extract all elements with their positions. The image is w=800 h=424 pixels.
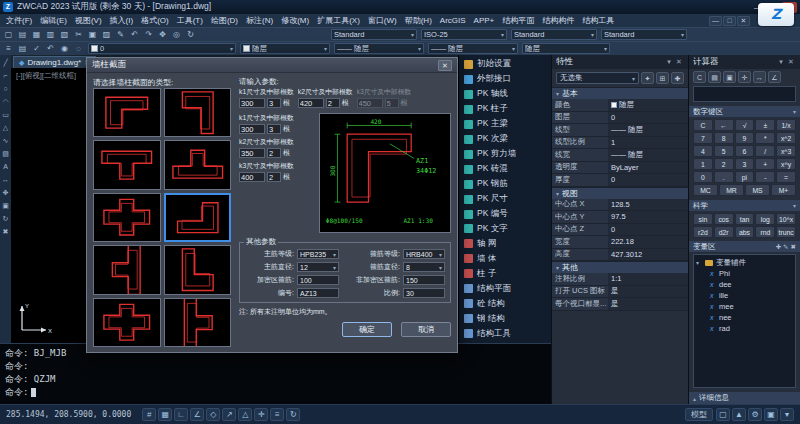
calc-button[interactable]: C	[693, 119, 713, 131]
structure-menu-item[interactable]: PK 钢筋	[459, 177, 551, 192]
menu-item[interactable]: 标注(N)	[242, 14, 277, 27]
property-value[interactable]: —— 随层	[608, 124, 688, 136]
count-input[interactable]	[267, 124, 281, 134]
structure-menu-item[interactable]: PK 剪力墙	[459, 147, 551, 162]
selection-combo[interactable]: 无选集 ▾	[556, 72, 639, 84]
scientific-button[interactable]: tan	[735, 213, 755, 225]
menu-item[interactable]: 工具(T)	[173, 14, 207, 27]
viewport-icon[interactable]: ▢	[716, 408, 730, 421]
paste-value-icon[interactable]: ▣	[723, 71, 736, 83]
calc-button[interactable]: √	[735, 119, 755, 131]
regen-icon[interactable]: ↻	[184, 29, 197, 41]
structure-menu-item[interactable]: 轴 网	[459, 236, 551, 251]
property-value[interactable]: 0	[608, 112, 688, 124]
scientific-button[interactable]: rnd	[755, 226, 775, 238]
layer-previous-icon[interactable]: ↶	[44, 43, 57, 55]
details-bar[interactable]: ▴ 详细信息	[689, 392, 800, 404]
new-variable-icon[interactable]: ✚	[776, 243, 781, 251]
dialog-titlebar[interactable]: 墙柱截面 ✕	[87, 58, 457, 73]
property-value[interactable]: 0	[608, 224, 688, 236]
match-properties-icon[interactable]: ✎	[114, 29, 127, 41]
other-param-select[interactable]: HPB235▾	[297, 249, 339, 259]
calc-button[interactable]: 9	[735, 132, 755, 144]
section-type-thumbnail[interactable]	[93, 245, 161, 294]
calc-button[interactable]: .	[714, 171, 734, 183]
structure-menu-item[interactable]: 结构工具	[459, 326, 551, 341]
calc-button[interactable]: 3	[735, 158, 755, 170]
structure-menu-item[interactable]: PK 主梁	[459, 117, 551, 132]
variable-item[interactable]: xille	[696, 290, 793, 301]
calc-clear-icon[interactable]: C	[693, 71, 706, 83]
panel-close-icon[interactable]: ✕	[674, 58, 684, 66]
count-input[interactable]	[267, 172, 281, 182]
toggle-pickadd-icon[interactable]: ✚	[671, 72, 684, 84]
pan-icon[interactable]: ✥	[156, 29, 169, 41]
variables-section-header[interactable]: 变量区 ✚✎✖	[689, 241, 800, 252]
menu-item[interactable]: 格式(O)	[137, 14, 173, 27]
section-type-thumbnail[interactable]	[164, 140, 232, 189]
properties-header[interactable]: 特性 ▾✕	[552, 55, 688, 69]
section-type-thumbnail[interactable]	[93, 298, 161, 347]
scientific-button[interactable]: trunc	[776, 226, 796, 238]
doc-close-button[interactable]: ✕	[737, 16, 750, 26]
text-tool-icon[interactable]: A	[1, 162, 10, 171]
menu-item[interactable]: ArcGIS	[436, 14, 470, 27]
plot-icon[interactable]: ▥	[44, 29, 57, 41]
menu-item[interactable]: APP+	[470, 14, 499, 27]
ok-button[interactable]: 确定	[342, 322, 392, 337]
table-style-combo[interactable]: Standard▾	[511, 29, 597, 40]
calc-button[interactable]: 1	[693, 158, 713, 170]
section-type-thumbnail[interactable]	[164, 245, 232, 294]
section-type-thumbnail[interactable]	[164, 193, 232, 242]
structure-menu-item[interactable]: PK 轴线	[459, 87, 551, 102]
color-combo[interactable]: 随层▾	[240, 43, 330, 54]
calc-button[interactable]: 7	[693, 132, 713, 144]
property-value[interactable]: 427.3012	[608, 249, 688, 261]
rectangle-tool-icon[interactable]: ▭	[1, 110, 10, 119]
menu-item[interactable]: 帮助(H)	[401, 14, 436, 27]
dialog-close-button[interactable]: ✕	[438, 60, 452, 71]
viewport-controls[interactable]: [-][俯视][二维线框]	[16, 71, 76, 81]
redo-icon[interactable]: ↷	[142, 29, 155, 41]
line-tool-icon[interactable]: ╱	[1, 58, 10, 67]
status-expand-icon[interactable]: ▾	[780, 408, 794, 421]
size-input[interactable]	[239, 172, 265, 182]
section-type-thumbnail[interactable]	[164, 298, 232, 347]
angle-icon[interactable]: ∠	[768, 71, 781, 83]
structure-menu-item[interactable]: 柱 子	[459, 266, 551, 281]
lineweight-combo[interactable]: —— 随层▾	[428, 43, 518, 54]
scientific-button[interactable]: cos	[714, 213, 734, 225]
memory-button[interactable]: M+	[771, 184, 796, 196]
scientific-button[interactable]: log	[755, 213, 775, 225]
property-value[interactable]: 1:1	[608, 273, 688, 285]
other-param-input[interactable]: 30	[403, 288, 445, 298]
copy-icon[interactable]: ▣	[86, 29, 99, 41]
structure-menu-item[interactable]: PK 尺寸	[459, 192, 551, 207]
section-type-thumbnail[interactable]	[93, 140, 161, 189]
section-type-thumbnail[interactable]	[164, 88, 232, 137]
scientific-section-header[interactable]: 科学 ▾	[689, 200, 800, 211]
ortho-toggle[interactable]: ∟	[174, 408, 188, 421]
calc-button[interactable]: 8	[714, 132, 734, 144]
edit-variable-icon[interactable]: ✎	[783, 243, 788, 251]
calc-button[interactable]: x^2	[776, 132, 796, 144]
property-value[interactable]: —— 随层	[608, 149, 688, 161]
property-value[interactable]: 是	[608, 298, 688, 310]
property-value[interactable]: ByLayer	[608, 162, 688, 174]
menu-item[interactable]: 扩展工具(X)	[313, 14, 364, 27]
tree-expand-icon[interactable]: ▾	[696, 259, 702, 266]
calc-button[interactable]: *	[755, 132, 775, 144]
doc-restore-button[interactable]: □	[723, 16, 736, 26]
new-file-icon[interactable]: ▢	[2, 29, 15, 41]
calc-button[interactable]: pi	[735, 171, 755, 183]
layer-properties-icon[interactable]: ≡	[2, 43, 15, 55]
calc-button[interactable]: 2	[714, 158, 734, 170]
move-tool-icon[interactable]: ✥	[1, 188, 10, 197]
menu-item[interactable]: 编辑(E)	[36, 14, 71, 27]
property-value[interactable]: 0	[608, 174, 688, 186]
panel-menu-icon[interactable]: ▾	[776, 58, 786, 66]
calculator-display[interactable]	[693, 86, 796, 102]
cycle-toggle[interactable]: ↻	[286, 408, 300, 421]
property-value[interactable]: 是	[608, 286, 688, 298]
structure-menu-item[interactable]: 墙 体	[459, 251, 551, 266]
